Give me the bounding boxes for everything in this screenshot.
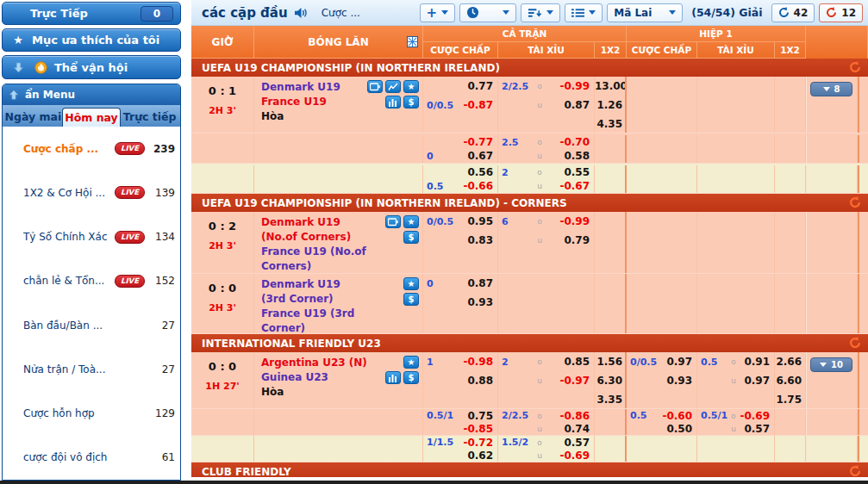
bars-stats-icon[interactable]	[385, 371, 401, 384]
more-bets-button[interactable]: 10	[810, 357, 852, 372]
home-team[interactable]: Denmark U19	[261, 80, 367, 95]
ft-1x2-cell[interactable]: 13.00 1.26 4.35	[595, 77, 627, 133]
section-refresh-icon[interactable]	[849, 61, 861, 76]
ft-1x2-cell[interactable]: 1.56 6.30 3.35	[595, 352, 627, 408]
sidebar-item-outright[interactable]: cược đội vô địch 61	[3, 436, 180, 480]
away-team[interactable]: France U19 (3rd Corner)	[261, 307, 367, 333]
view-mode-button[interactable]	[565, 3, 603, 22]
sidebar-item-handicap[interactable]: Cược chấp ... LIVE 239	[3, 127, 180, 171]
tab-tomorrow[interactable]: Ngày mai	[4, 108, 62, 127]
ft-handicap-cell[interactable]: 1/1.5-0.72 0.62	[423, 436, 498, 462]
h1-overunder-cell[interactable]: 0.5o0.91 u0.97	[697, 352, 775, 408]
favorite-star-icon[interactable]: ★	[403, 215, 419, 228]
triangle-down-icon	[820, 363, 827, 367]
ft-1x2-cell[interactable]	[595, 135, 627, 163]
hide-menu-button[interactable]: ẩn Menu	[3, 84, 180, 105]
draw-label[interactable]: Hòa	[261, 385, 367, 400]
over-marker: o	[533, 438, 546, 447]
h1-handicap-cell[interactable]: 0/0.50.97 0.93	[625, 352, 697, 408]
live-now-button[interactable]: Trực Tiếp 0	[2, 2, 181, 25]
ft-handicap-cell[interactable]: -0.77 00.67	[423, 135, 498, 163]
odd-value: 0.57	[740, 423, 770, 435]
tab-live[interactable]: Trực tiếp	[121, 108, 178, 127]
sidebar-item-mix-parlay[interactable]: Cược hỗn hợp 129	[3, 392, 180, 436]
section-refresh-icon[interactable]	[849, 196, 861, 211]
refresh-all-button[interactable]: 12	[819, 3, 863, 22]
goal-line: 2	[502, 357, 533, 368]
h1-1x2-header: 1X2	[775, 42, 806, 59]
odds-format-select[interactable]: Mã Lai	[607, 3, 683, 22]
h1-1x2-cell[interactable]: 2.66 6.60 1.75	[775, 352, 806, 408]
star-icon: ★	[9, 34, 27, 47]
h1-overunder-cell[interactable]	[697, 135, 775, 163]
h1-handicap-cell[interactable]: 0.5-0.60 0.50	[625, 409, 697, 435]
h1-1x2-cell[interactable]	[775, 135, 806, 163]
tab-today[interactable]: Hôm nay	[62, 108, 122, 127]
ft-handicap-cell[interactable]: 0.77 0/0.5-0.87	[423, 77, 498, 133]
sidebar-item-1x2[interactable]: 1X2 & Cơ Hội ... LIVE 139	[3, 171, 180, 214]
ft-handicap-cell[interactable]: 00.87 0.93	[423, 274, 498, 333]
time-filter-button[interactable]	[459, 3, 516, 22]
ft-overunder-cell[interactable]: 2/2.5o-0.99 u0.87	[498, 77, 595, 133]
cashout-dollar-icon[interactable]: $	[403, 231, 419, 244]
section-refresh-icon[interactable]	[849, 337, 861, 351]
ft-handicap-cell[interactable]: 0.5/10.75 -0.85	[423, 409, 498, 435]
tv-stream-icon[interactable]	[385, 215, 401, 228]
stats-chart-icon[interactable]	[385, 80, 401, 93]
ft-overunder-cell[interactable]: 2o0.85 u-0.97	[498, 352, 595, 408]
section-refresh-icon[interactable]	[849, 465, 861, 477]
odd-value: 0.83	[456, 234, 493, 246]
toolbar: + Mã Lai	[420, 3, 863, 22]
sports-olympics-button[interactable]: Thể vận hội	[2, 55, 181, 79]
ft-handicap-cell[interactable]: 0.56 0.5-0.66	[423, 165, 498, 193]
pin-column-icon[interactable]	[407, 36, 418, 50]
bet-link[interactable]: Cược ...	[322, 7, 360, 19]
h1-handicap-cell[interactable]	[625, 135, 697, 163]
cashout-dollar-icon[interactable]: $	[403, 371, 419, 384]
ft-overunder-cell[interactable]: 2.5o-0.70 u0.58	[498, 135, 595, 163]
odd-value: 4.35	[595, 115, 626, 133]
sort-button[interactable]	[521, 3, 560, 22]
sidebar-item-first-goal[interactable]: Bàn đầu/Bàn ... 27	[3, 303, 180, 347]
goal-line: 2/2.5	[502, 81, 533, 92]
add-market-button[interactable]: +	[420, 3, 456, 22]
odd-value: -0.97	[546, 375, 590, 387]
ft-overunder-cell[interactable]: 1.5/2o0.57 u-0.69	[498, 436, 595, 462]
home-team[interactable]: Denmark U19 (3rd Corner)	[261, 277, 367, 307]
favorite-star-icon[interactable]: ★	[403, 277, 419, 290]
sidebar-item-correct-score[interactable]: Tỷ Số Chính Xác LIVE 134	[3, 215, 180, 259]
sidebar-item-odd-even[interactable]: chẵn lẻ & Tổn... LIVE 152	[3, 259, 180, 303]
live-badge: LIVE	[115, 231, 145, 244]
home-team[interactable]: Argentina U23 (N)	[261, 356, 367, 370]
favorites-button[interactable]: ★ Mục ưa thích của tôi	[2, 28, 181, 52]
ft-handicap-cell[interactable]: 0/0.50.95 0.83	[423, 212, 498, 273]
goal-line: 2/2.5	[502, 410, 533, 421]
away-team[interactable]: Guinea U23	[261, 370, 367, 385]
cashout-dollar-icon[interactable]: $	[403, 293, 419, 306]
bars-stats-icon[interactable]	[385, 96, 401, 109]
more-bets-button[interactable]: 8	[810, 82, 852, 96]
odd-value: 0.75	[456, 410, 493, 422]
h1-overunder-cell[interactable]	[697, 77, 775, 133]
favorite-star-icon[interactable]: ★	[403, 80, 419, 93]
home-team[interactable]: Denmark U19 (No.of Corners)	[261, 215, 367, 245]
away-team[interactable]: France U19 (No.of Corners)	[261, 245, 367, 273]
ft-handicap-cell[interactable]: 1-0.98 0.88	[423, 352, 498, 408]
h1-overunder-cell[interactable]: 0.5/1o-0.69 u0.57	[697, 409, 775, 435]
h1-overunder-header: TÀI XỈU	[697, 42, 775, 59]
match-icons: ★ $	[385, 215, 419, 244]
speaker-icon[interactable]	[295, 7, 308, 19]
favorite-star-icon[interactable]: ★	[403, 356, 419, 369]
refresh-button[interactable]: 42	[771, 3, 815, 22]
sidebar-item-half-full[interactable]: Nửa trận / Toà... 27	[3, 347, 180, 391]
ft-overunder-cell[interactable]: 2/2.5o-0.86 u0.74	[498, 409, 595, 435]
tv-stream-icon[interactable]	[367, 80, 383, 93]
h1-1x2-cell[interactable]	[775, 77, 806, 133]
h1-handicap-cell[interactable]	[625, 77, 697, 133]
first-half-header: HIỆP 1	[627, 26, 806, 42]
cashout-dollar-icon[interactable]: $	[403, 96, 419, 109]
away-team[interactable]: France U19	[261, 95, 367, 109]
draw-label[interactable]: Hòa	[261, 109, 367, 124]
ft-overunder-cell[interactable]: 6o-0.99 u0.79	[498, 212, 595, 273]
ft-overunder-cell[interactable]: 2o0.55 u-0.67	[498, 165, 595, 193]
